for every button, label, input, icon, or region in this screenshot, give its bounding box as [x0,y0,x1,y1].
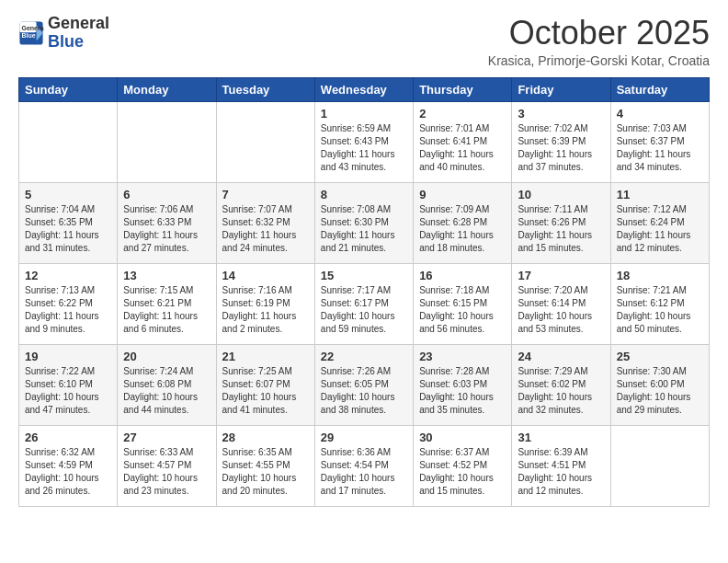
day-info: Sunrise: 6:36 AM Sunset: 4:54 PM Dayligh… [321,446,407,498]
day-number: 12 [25,269,111,282]
calendar-cell: 25Sunrise: 7:30 AM Sunset: 6:00 PM Dayli… [610,344,709,425]
calendar-cell: 15Sunrise: 7:17 AM Sunset: 6:17 PM Dayli… [314,263,413,344]
day-info: Sunrise: 7:20 AM Sunset: 6:14 PM Dayligh… [518,284,604,336]
calendar-cell: 16Sunrise: 7:18 AM Sunset: 6:15 PM Dayli… [414,263,512,344]
day-info: Sunrise: 7:28 AM Sunset: 6:03 PM Dayligh… [419,365,506,417]
calendar-cell: 28Sunrise: 6:35 AM Sunset: 4:55 PM Dayli… [216,425,314,506]
day-number: 29 [321,431,407,444]
day-number: 23 [419,350,506,363]
day-info: Sunrise: 7:29 AM Sunset: 6:02 PM Dayligh… [518,365,604,417]
day-info: Sunrise: 6:33 AM Sunset: 4:57 PM Dayligh… [123,446,210,498]
calendar-cell [216,101,314,182]
day-number: 11 [617,188,703,201]
header-monday: Monday [118,77,216,101]
day-info: Sunrise: 7:07 AM Sunset: 6:32 PM Dayligh… [222,203,309,255]
calendar-cell: 17Sunrise: 7:20 AM Sunset: 6:14 PM Dayli… [512,263,610,344]
location-subtitle: Krasica, Primorje-Gorski Kotar, Croatia [488,53,710,68]
day-number: 25 [617,350,703,363]
calendar-cell: 13Sunrise: 7:15 AM Sunset: 6:21 PM Dayli… [118,263,216,344]
day-info: Sunrise: 6:32 AM Sunset: 4:59 PM Dayligh… [25,446,111,498]
day-info: Sunrise: 7:21 AM Sunset: 6:12 PM Dayligh… [617,284,703,336]
month-title: October 2025 [488,15,710,52]
day-info: Sunrise: 7:15 AM Sunset: 6:21 PM Dayligh… [123,284,210,336]
calendar-header-row: Sunday Monday Tuesday Wednesday Thursday… [19,77,710,101]
day-number: 31 [518,431,604,444]
day-number: 10 [518,188,604,201]
day-info: Sunrise: 7:17 AM Sunset: 6:17 PM Dayligh… [321,284,407,336]
day-number: 22 [321,350,407,363]
day-number: 9 [419,188,506,201]
day-info: Sunrise: 7:30 AM Sunset: 6:00 PM Dayligh… [617,365,703,417]
calendar-cell: 3Sunrise: 7:02 AM Sunset: 6:39 PM Daylig… [512,101,610,182]
day-info: Sunrise: 7:25 AM Sunset: 6:07 PM Dayligh… [222,365,309,417]
calendar-cell: 22Sunrise: 7:26 AM Sunset: 6:05 PM Dayli… [314,344,413,425]
day-number: 16 [419,269,506,282]
day-number: 3 [518,107,604,121]
logo: General Blue General Blue [18,15,109,52]
day-number: 26 [25,431,111,444]
calendar-cell: 29Sunrise: 6:36 AM Sunset: 4:54 PM Dayli… [314,425,413,506]
day-number: 20 [123,350,210,363]
header-thursday: Thursday [414,77,512,101]
logo-general-text: General [48,14,109,32]
day-info: Sunrise: 7:11 AM Sunset: 6:26 PM Dayligh… [518,203,604,255]
calendar-cell: 4Sunrise: 7:03 AM Sunset: 6:37 PM Daylig… [610,101,709,182]
day-info: Sunrise: 7:09 AM Sunset: 6:28 PM Dayligh… [419,203,506,255]
calendar-cell: 30Sunrise: 6:37 AM Sunset: 4:52 PM Dayli… [414,425,512,506]
svg-text:General: General [22,24,45,30]
day-info: Sunrise: 7:13 AM Sunset: 6:22 PM Dayligh… [25,284,111,336]
day-info: Sunrise: 7:04 AM Sunset: 6:35 PM Dayligh… [25,203,111,255]
day-info: Sunrise: 7:24 AM Sunset: 6:08 PM Dayligh… [123,365,210,417]
header-tuesday: Tuesday [216,77,314,101]
calendar-cell: 23Sunrise: 7:28 AM Sunset: 6:03 PM Dayli… [414,344,512,425]
calendar-cell: 1Sunrise: 6:59 AM Sunset: 6:43 PM Daylig… [314,101,413,182]
day-number: 21 [222,350,309,363]
calendar-cell: 12Sunrise: 7:13 AM Sunset: 6:22 PM Dayli… [19,263,118,344]
day-info: Sunrise: 7:12 AM Sunset: 6:24 PM Dayligh… [617,203,703,255]
day-number: 13 [123,269,210,282]
calendar-cell: 14Sunrise: 7:16 AM Sunset: 6:19 PM Dayli… [216,263,314,344]
day-info: Sunrise: 7:01 AM Sunset: 6:41 PM Dayligh… [419,122,506,174]
calendar-cell: 11Sunrise: 7:12 AM Sunset: 6:24 PM Dayli… [610,182,709,263]
calendar-cell: 6Sunrise: 7:06 AM Sunset: 6:33 PM Daylig… [118,182,216,263]
header-wednesday: Wednesday [314,77,413,101]
calendar-cell: 18Sunrise: 7:21 AM Sunset: 6:12 PM Dayli… [610,263,709,344]
day-number: 28 [222,431,309,444]
calendar-cell: 8Sunrise: 7:08 AM Sunset: 6:30 PM Daylig… [314,182,413,263]
calendar-cell: 19Sunrise: 7:22 AM Sunset: 6:10 PM Dayli… [19,344,118,425]
day-info: Sunrise: 7:18 AM Sunset: 6:15 PM Dayligh… [419,284,506,336]
day-number: 6 [123,188,210,201]
calendar-week-row: 19Sunrise: 7:22 AM Sunset: 6:10 PM Dayli… [19,344,710,425]
calendar-cell: 5Sunrise: 7:04 AM Sunset: 6:35 PM Daylig… [19,182,118,263]
calendar-cell: 7Sunrise: 7:07 AM Sunset: 6:32 PM Daylig… [216,182,314,263]
calendar-cell: 27Sunrise: 6:33 AM Sunset: 4:57 PM Dayli… [118,425,216,506]
day-number: 8 [321,188,407,201]
page-header: General Blue General Blue October 2025 K… [18,15,710,68]
calendar-cell: 9Sunrise: 7:09 AM Sunset: 6:28 PM Daylig… [414,182,512,263]
day-info: Sunrise: 7:03 AM Sunset: 6:37 PM Dayligh… [617,122,703,174]
day-number: 5 [25,188,111,201]
calendar-week-row: 12Sunrise: 7:13 AM Sunset: 6:22 PM Dayli… [19,263,710,344]
day-number: 27 [123,431,210,444]
calendar-cell [19,101,118,182]
day-info: Sunrise: 7:16 AM Sunset: 6:19 PM Dayligh… [222,284,309,336]
calendar-cell: 10Sunrise: 7:11 AM Sunset: 6:26 PM Dayli… [512,182,610,263]
header-saturday: Saturday [610,77,709,101]
day-number: 2 [419,107,506,121]
calendar-cell [610,425,709,506]
day-info: Sunrise: 6:39 AM Sunset: 4:51 PM Dayligh… [518,446,604,498]
calendar-week-row: 5Sunrise: 7:04 AM Sunset: 6:35 PM Daylig… [19,182,710,263]
calendar-cell: 21Sunrise: 7:25 AM Sunset: 6:07 PM Dayli… [216,344,314,425]
day-info: Sunrise: 7:08 AM Sunset: 6:30 PM Dayligh… [321,203,407,255]
header-sunday: Sunday [19,77,118,101]
svg-text:Blue: Blue [22,32,36,39]
day-number: 17 [518,269,604,282]
day-number: 30 [419,431,506,444]
day-info: Sunrise: 6:59 AM Sunset: 6:43 PM Dayligh… [321,122,407,174]
day-number: 7 [222,188,309,201]
day-number: 1 [321,107,407,121]
calendar-cell [118,101,216,182]
calendar-table: Sunday Monday Tuesday Wednesday Thursday… [18,77,710,507]
calendar-cell: 2Sunrise: 7:01 AM Sunset: 6:41 PM Daylig… [414,101,512,182]
day-info: Sunrise: 7:02 AM Sunset: 6:39 PM Dayligh… [518,122,604,174]
